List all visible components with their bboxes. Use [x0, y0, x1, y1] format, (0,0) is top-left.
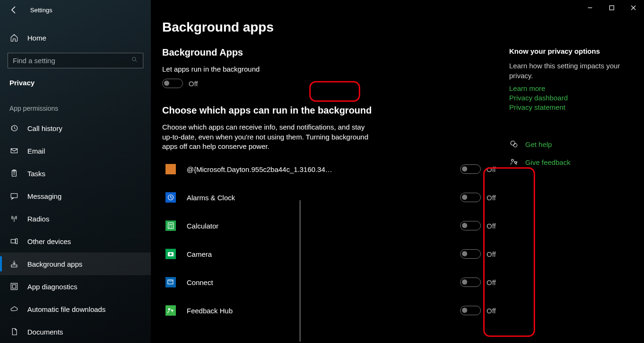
sidebar-item-documents[interactable]: Documents	[0, 320, 151, 343]
home-icon	[9, 33, 19, 42]
app-toggle[interactable]	[460, 164, 481, 174]
sidebar-item-label: Automatic file downloads	[27, 305, 106, 313]
sidebar-item-tasks[interactable]: Tasks	[0, 162, 151, 185]
app-row: @{Microsoft.Dayton.955c2ba44c_1.3160.34.…	[162, 161, 509, 178]
app-toggle[interactable]	[460, 221, 481, 230]
app-icon	[162, 274, 179, 291]
sidebar-item-email[interactable]: Email	[0, 139, 151, 162]
app-row: CalculatorOff	[162, 217, 509, 234]
app-name: Calculator	[187, 222, 333, 230]
antenna-icon	[9, 214, 19, 223]
history-icon	[9, 123, 19, 133]
sidebar-item-label: Other devices	[27, 237, 71, 245]
sidebar-item-radios[interactable]: Radios	[0, 207, 151, 230]
section-choose-apps: Choose which apps can run in the backgro…	[162, 105, 509, 319]
home-label: Home	[27, 34, 46, 42]
sidebar-item-label: Call history	[27, 124, 62, 132]
close-button[interactable]	[622, 0, 644, 15]
give-feedback-link[interactable]: Give feedback	[525, 158, 570, 166]
sidebar-item-other-devices[interactable]: Other devices	[0, 230, 151, 253]
master-toggle[interactable]	[162, 79, 183, 88]
content: Background apps Background Apps Let apps…	[151, 0, 509, 343]
sidebar-item-messaging[interactable]: Messaging	[0, 185, 151, 207]
sidebar: Settings Home Privacy App permissions Ca…	[0, 0, 151, 343]
scrollbar[interactable]	[299, 200, 301, 342]
sidebar-item-label: Email	[27, 147, 45, 155]
help-icon	[509, 139, 519, 149]
svg-point-19	[170, 253, 172, 255]
minimize-button[interactable]	[579, 0, 601, 15]
get-help-row: Get help	[509, 139, 622, 149]
main: Background apps Background Apps Let apps…	[151, 0, 644, 343]
sidebar-item-call-history[interactable]: Call history	[0, 117, 151, 139]
app-toggle[interactable]	[460, 306, 481, 315]
sidebar-item-label: App diagnostics	[27, 283, 77, 291]
feedback-icon	[509, 157, 519, 167]
sidebar-item-label: Tasks	[27, 170, 45, 178]
sidebar-item-label: Background apps	[27, 260, 83, 268]
diagnostics-icon	[9, 282, 19, 291]
search-box[interactable]	[8, 53, 143, 68]
svg-point-23	[168, 308, 171, 310]
app-icon	[162, 245, 179, 262]
svg-rect-5	[11, 194, 17, 198]
sidebar-item-app-diagnostics[interactable]: App diagnostics	[0, 275, 151, 298]
clipboard-icon	[9, 169, 19, 178]
svg-rect-7	[16, 239, 17, 244]
sidebar-item-background-apps[interactable]: Background apps	[0, 253, 151, 275]
arrow-left-icon	[8, 4, 20, 16]
svg-rect-10	[12, 285, 16, 288]
master-toggle-desc: Let apps run in the background	[162, 65, 374, 74]
sidebar-item-label: Radios	[27, 215, 50, 223]
svg-rect-12	[165, 164, 176, 174]
svg-rect-9	[11, 283, 17, 290]
sidebar-home[interactable]: Home	[0, 27, 151, 48]
app-toggle[interactable]	[460, 249, 481, 259]
app-icon	[162, 302, 179, 319]
maximize-button[interactable]	[601, 0, 622, 15]
aside-link-privacy-statement[interactable]: Privacy statement	[509, 103, 622, 111]
mail-icon	[9, 146, 19, 155]
svg-rect-6	[11, 239, 15, 243]
svg-rect-20	[165, 277, 176, 287]
app-row: ConnectOff	[162, 274, 509, 291]
svg-rect-15	[165, 220, 176, 231]
sidebar-item-label: Messaging	[27, 192, 62, 200]
section-choose-apps-desc: Choose which apps can receive info, send…	[162, 122, 374, 151]
app-name: Alarms & Clock	[187, 194, 333, 202]
app-icon	[162, 161, 179, 178]
aside-link-learn-more[interactable]: Learn more	[509, 84, 622, 92]
aside-links: Learn morePrivacy dashboardPrivacy state…	[509, 84, 622, 111]
search-input[interactable]	[13, 57, 131, 65]
app-name: @{Microsoft.Dayton.955c2ba44c_1.3160.34.…	[187, 165, 333, 173]
aside-link-privacy-dashboard[interactable]: Privacy dashboard	[509, 94, 622, 102]
app-toggle[interactable]	[460, 278, 481, 287]
app-icon	[162, 217, 179, 234]
sidebar-group-label: App permissions	[0, 90, 151, 117]
app-row: Alarms & ClockOff	[162, 189, 509, 206]
sidebar-item-label: Documents	[27, 328, 63, 336]
app-toggle[interactable]	[460, 193, 481, 202]
get-help-link[interactable]: Get help	[525, 140, 552, 148]
page-title: Background apps	[162, 20, 509, 35]
document-icon	[9, 327, 19, 336]
cloud-icon	[9, 304, 19, 314]
back-button[interactable]	[8, 4, 20, 16]
svg-rect-22	[165, 305, 176, 316]
sidebar-item-automatic-file-downloads[interactable]: Automatic file downloads	[0, 298, 151, 320]
app-name: Feedback Hub	[187, 307, 333, 315]
arrow-down-box-icon	[9, 259, 19, 269]
app-name: Camera	[187, 250, 333, 258]
app-list: @{Microsoft.Dayton.955c2ba44c_1.3160.34.…	[162, 161, 509, 319]
settings-window: Settings Home Privacy App permissions Ca…	[0, 0, 644, 343]
highlight-app-toggles	[483, 167, 535, 337]
devices-icon	[9, 237, 19, 246]
section-choose-apps-heading: Choose which apps can run in the backgro…	[162, 105, 509, 116]
app-row: CameraOff	[162, 245, 509, 262]
aside-desc: Learn how this setting impacts your priv…	[509, 61, 622, 81]
message-icon	[9, 191, 19, 201]
svg-point-24	[511, 141, 515, 145]
svg-point-25	[513, 144, 517, 147]
sidebar-header: Settings	[0, 0, 151, 20]
section-background-apps-heading: Background Apps	[162, 47, 509, 58]
